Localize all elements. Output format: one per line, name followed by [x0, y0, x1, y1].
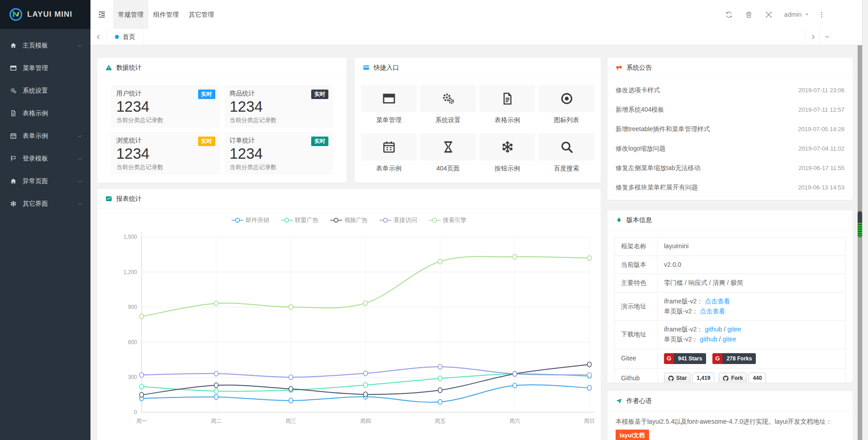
- legend-item-0[interactable]: 邮件营销: [232, 216, 269, 224]
- version-row-value: 零门槛 / 响应式 / 清爽 / 极简: [658, 274, 846, 293]
- header-tab-2[interactable]: 其它管理: [184, 0, 219, 29]
- quick-entry-1[interactable]: 系统设置: [420, 85, 476, 124]
- version-link[interactable]: gitee: [722, 336, 736, 343]
- bullhorn-icon: [616, 64, 622, 71]
- gears-icon: [10, 87, 17, 94]
- version-row-4: 下载地址iframe版-v2： github / gitee单页版-v2： gi…: [615, 321, 846, 349]
- browser-scrollbar-track[interactable]: [862, 0, 868, 440]
- chevron-down-icon: [77, 202, 82, 207]
- notice-date: 2019-06-17 11:55: [798, 165, 844, 171]
- quick-entry-label: 百度搜索: [539, 165, 594, 173]
- version-link[interactable]: 点击查看: [705, 298, 730, 305]
- stat-box-1: 商品统计1234当前分类总记录数实时: [224, 85, 333, 128]
- legend-item-2[interactable]: 视频广告: [330, 216, 368, 224]
- sidebar-item-1[interactable]: 菜单管理: [0, 57, 90, 80]
- notice-row-4[interactable]: 修复左侧菜单缩放tab无法移动2019-06-17 11:55: [616, 158, 844, 178]
- flag-icon: [10, 155, 17, 162]
- svg-text:0: 0: [134, 409, 137, 416]
- gitee-badge[interactable]: G278 Forks: [712, 353, 756, 364]
- quick-entry-4[interactable]: 表单示例: [361, 133, 417, 173]
- sidebar-menu: 主页模板菜单管理系统设置表格示例表单示例登录模板异常页面其它界面: [0, 29, 90, 215]
- collapse-menu-button[interactable]: [90, 0, 113, 29]
- sidebar-item-2[interactable]: 系统设置: [0, 80, 90, 102]
- sidebar-item-5[interactable]: 登录模板: [0, 147, 90, 170]
- sidebar-item-label: 登录模板: [23, 155, 48, 163]
- quick-entry-3[interactable]: 图标列表: [539, 85, 594, 124]
- svg-text:周四: 周四: [360, 418, 371, 424]
- sidebar: LAYUI MINI 主页模板菜单管理系统设置表格示例表单示例登录模板异常页面其…: [0, 0, 90, 440]
- notice-row-3[interactable]: 修改logo缩放问题2019-07-04 11:02: [616, 139, 844, 158]
- notice-row-0[interactable]: 修改选项卡样式2019-07-11 23:06: [616, 80, 844, 100]
- tab-scroll-left-button[interactable]: [90, 29, 107, 45]
- page-scrollbar-track[interactable]: [858, 45, 862, 440]
- quick-entry-2[interactable]: 表格示例: [479, 85, 535, 124]
- logo[interactable]: LAYUI MINI: [0, 0, 90, 29]
- version-row-0: 框架名称layuimini: [615, 237, 846, 256]
- stat-sub: 当前分类总记录数: [116, 163, 214, 171]
- quick-entry-7[interactable]: 百度搜索: [539, 133, 594, 173]
- paper-plane-icon: [616, 397, 622, 404]
- tab-home[interactable]: 首页: [107, 29, 144, 45]
- version-link[interactable]: github: [700, 336, 717, 343]
- version-row-value: Star1,419Fork440: [658, 369, 846, 383]
- window-icon: [382, 92, 396, 105]
- kebab-icon: [818, 11, 825, 19]
- version-link[interactable]: github: [705, 326, 722, 333]
- calendar-icon: [10, 132, 17, 139]
- more-menu-button[interactable]: [815, 0, 828, 29]
- legend-label: 视频广告: [344, 216, 368, 224]
- sidebar-item-6[interactable]: 异常页面: [0, 170, 90, 193]
- version-row-label: 演示地址: [615, 293, 658, 321]
- dot-circle-icon: [560, 92, 574, 105]
- version-value: v2.0.0: [664, 261, 681, 268]
- svg-text:周二: 周二: [211, 418, 222, 424]
- notice-row-2[interactable]: 新增treetable插件和菜单管理样式2019-07-05 14:28: [616, 119, 844, 139]
- legend-swatch-icon: [232, 218, 243, 223]
- quick-entry-label: 菜单管理: [361, 116, 417, 124]
- legend-item-1[interactable]: 联盟广告: [281, 216, 318, 224]
- user-menu[interactable]: admin: [779, 11, 815, 18]
- tabbar-right-controls: [806, 29, 834, 45]
- notice-row-1[interactable]: 新增系统404模板2019-07-11 12:57: [616, 100, 844, 119]
- chevron-right-icon: [810, 34, 816, 40]
- notice-card-title: 系统公告: [626, 64, 652, 72]
- version-row-value: v2.0.0: [658, 255, 846, 274]
- snowflake-icon: [501, 140, 514, 154]
- tab-operations-button[interactable]: [820, 29, 834, 45]
- clear-cache-button[interactable]: [739, 0, 759, 29]
- sidebar-item-7[interactable]: 其它界面: [0, 193, 90, 215]
- quick-entry-5[interactable]: 404页面: [420, 133, 476, 173]
- warning-triangle-icon: [105, 64, 112, 71]
- quick-entry-iconbox: [539, 133, 594, 161]
- quick-entry-iconbox: [420, 85, 476, 112]
- legend-item-3[interactable]: 直接访问: [379, 216, 417, 224]
- header-tab-1[interactable]: 组件管理: [148, 0, 184, 29]
- sidebar-item-3[interactable]: 表格示例: [0, 102, 90, 125]
- stats-card-header: 数据统计: [97, 58, 346, 78]
- calendar-icon: [382, 140, 396, 154]
- layui-doc-badge[interactable]: layui文档: [616, 430, 649, 440]
- github-star-button[interactable]: Star: [664, 373, 691, 383]
- refresh-button[interactable]: [719, 0, 739, 29]
- sidebar-item-0[interactable]: 主页模板: [0, 34, 90, 57]
- svg-text:1,500: 1,500: [123, 234, 137, 240]
- version-link[interactable]: gitee: [727, 326, 741, 333]
- stat-box-0: 用户统计1234当前分类总记录数实时: [111, 85, 220, 128]
- version-row-3: 演示地址iframe版-v2： 点击查看单页版-v2： 点击查看: [615, 293, 846, 321]
- quick-entry-6[interactable]: 按钮示例: [479, 133, 535, 173]
- hourglass-icon: [441, 140, 455, 154]
- fullscreen-button[interactable]: [759, 0, 779, 29]
- caret-down-icon: [805, 12, 809, 17]
- sidebar-item-4[interactable]: 表单示例: [0, 125, 90, 147]
- quick-entry-label: 按钮示例: [479, 165, 535, 173]
- page-scrollbar-thumb[interactable]: [858, 211, 862, 237]
- legend-item-4[interactable]: 搜索引擎: [429, 216, 466, 224]
- github-fork-button[interactable]: Fork: [719, 373, 747, 383]
- quick-entry-0[interactable]: 菜单管理: [361, 85, 417, 124]
- header-tab-0[interactable]: 常规管理: [113, 0, 148, 29]
- version-link[interactable]: 点击查看: [700, 308, 725, 315]
- notice-row-5[interactable]: 修复多模块菜单栏展开有问题2019-06-13 14:53: [616, 178, 844, 197]
- tab-scroll-right-button[interactable]: [806, 29, 820, 45]
- report-card-title: 报表统计: [116, 195, 142, 203]
- gitee-badge[interactable]: G941 Stars: [664, 353, 706, 364]
